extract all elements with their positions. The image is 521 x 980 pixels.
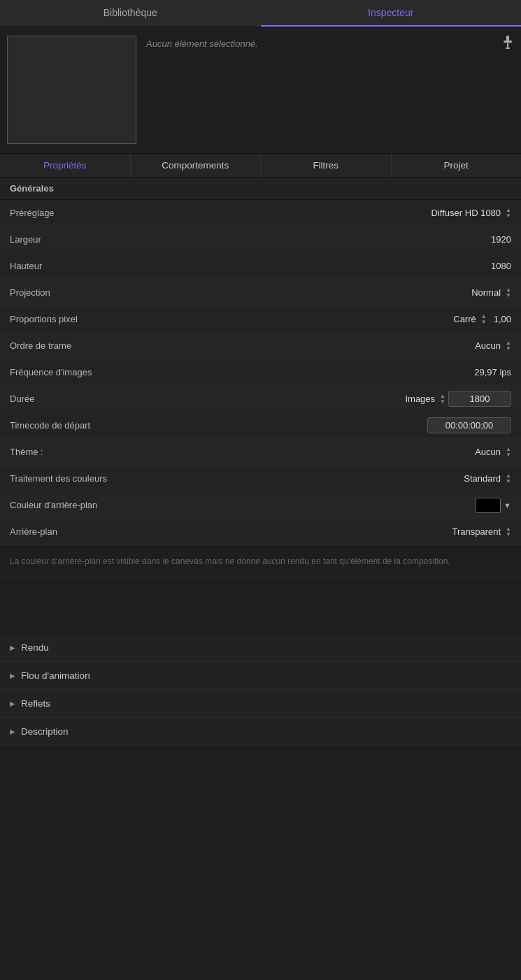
tab-inspecteur[interactable]: Inspecteur bbox=[261, 0, 522, 27]
row-arriere-plan: Arrière-plan Transparent ▲▼ bbox=[0, 519, 521, 545]
row-duree: Durée Images ▲▼ bbox=[0, 386, 521, 412]
tab-proprietes[interactable]: Propriétés bbox=[0, 154, 131, 177]
sub-tab-bar: Propriétés Comportements Filtres Projet bbox=[0, 153, 521, 178]
stepper-duree-unit[interactable]: ▲▼ bbox=[440, 394, 445, 405]
value-arriere-plan: Transparent ▲▼ bbox=[150, 526, 511, 538]
row-timecode-depart: Timecode de départ bbox=[0, 412, 521, 439]
label-ordre-trame: Ordre de trame bbox=[10, 340, 150, 351]
label-hauteur: Hauteur bbox=[10, 261, 150, 271]
stepper-ordre-trame[interactable]: ▲▼ bbox=[506, 340, 511, 352]
properties-panel: Générales Préréglage Diffuser HD 1080 ▲▼… bbox=[0, 178, 521, 746]
pin-icon[interactable] bbox=[503, 36, 513, 52]
label-largeur: Largeur bbox=[10, 234, 150, 245]
tab-projet[interactable]: Projet bbox=[392, 154, 522, 177]
row-frequence-images: Fréquence d'images 29,97 ips bbox=[0, 359, 521, 386]
chevron-rendu: ▶ bbox=[10, 644, 15, 651]
label-arriere-plan: Arrière-plan bbox=[10, 526, 150, 537]
row-proportions-pixel: Proportions pixel Carré ▲▼ 1,00 bbox=[0, 306, 521, 333]
stepper-proportions[interactable]: ▲▼ bbox=[481, 314, 487, 325]
value-projection: Normal ▲▼ bbox=[150, 287, 511, 298]
no-selection-label: Aucun élément sélectionné. bbox=[146, 36, 258, 49]
row-projection: Projection Normal ▲▼ bbox=[0, 280, 521, 306]
value-prereglage: Diffuser HD 1080 ▲▼ bbox=[150, 208, 511, 219]
label-timecode-depart: Timecode de départ bbox=[10, 420, 150, 431]
value-duree: Images ▲▼ bbox=[150, 391, 511, 407]
row-couleur-arriere-plan: Couleur d'arrière-plan ▼ bbox=[0, 492, 521, 519]
section-description[interactable]: ▶ Description bbox=[0, 718, 521, 746]
value-couleur-arriere-plan: ▼ bbox=[150, 498, 511, 513]
timecode-input[interactable] bbox=[427, 417, 511, 433]
preview-area: Aucun élément sélectionné. bbox=[0, 27, 521, 153]
label-prereglage: Préréglage bbox=[10, 208, 150, 218]
value-hauteur: 1080 bbox=[150, 261, 511, 271]
value-frequence-images: 29,97 ips bbox=[150, 367, 511, 377]
value-ordre-trame: Aucun ▲▼ bbox=[150, 340, 511, 352]
section-rendu[interactable]: ▶ Rendu bbox=[0, 634, 521, 662]
preview-thumbnail bbox=[7, 36, 136, 144]
value-largeur: 1920 bbox=[150, 234, 511, 245]
label-traitement-couleurs: Traitement des couleurs bbox=[10, 473, 150, 484]
top-tab-bar: Bibliothèque Inspecteur bbox=[0, 0, 521, 27]
stepper-theme[interactable]: ▲▼ bbox=[506, 447, 511, 458]
tab-comportements[interactable]: Comportements bbox=[131, 154, 262, 177]
chevron-description: ▶ bbox=[10, 728, 15, 735]
svg-rect-3 bbox=[506, 48, 510, 49]
svg-rect-2 bbox=[507, 43, 508, 48]
row-largeur: Largeur 1920 bbox=[0, 226, 521, 253]
tab-bibliotheque[interactable]: Bibliothèque bbox=[0, 0, 261, 27]
label-couleur-arriere-plan: Couleur d'arrière-plan bbox=[10, 500, 150, 510]
stepper-arriere-plan[interactable]: ▲▼ bbox=[506, 526, 511, 538]
section-reflets[interactable]: ▶ Reflets bbox=[0, 690, 521, 718]
chevron-flou: ▶ bbox=[10, 672, 15, 679]
color-swatch[interactable] bbox=[476, 498, 501, 513]
label-proportions-pixel: Proportions pixel bbox=[10, 314, 150, 324]
value-theme: Aucun ▲▼ bbox=[150, 447, 511, 458]
value-proportions-pixel: Carré ▲▼ 1,00 bbox=[150, 314, 511, 325]
row-traitement-couleurs: Traitement des couleurs Standard ▲▼ bbox=[0, 466, 521, 492]
row-ordre-trame: Ordre de trame Aucun ▲▼ bbox=[0, 333, 521, 359]
row-theme: Thème : Aucun ▲▼ bbox=[0, 439, 521, 466]
section-flou-animation[interactable]: ▶ Flou d'animation bbox=[0, 662, 521, 690]
row-prereglage: Préréglage Diffuser HD 1080 ▲▼ bbox=[0, 200, 521, 226]
duree-input[interactable] bbox=[448, 391, 511, 407]
stepper-projection[interactable]: ▲▼ bbox=[506, 287, 511, 298]
label-projection: Projection bbox=[10, 287, 150, 298]
chevron-reflets: ▶ bbox=[10, 700, 15, 707]
label-frequence-images: Fréquence d'images bbox=[10, 367, 150, 377]
stepper-prereglage[interactable]: ▲▼ bbox=[506, 208, 511, 219]
stepper-traitement[interactable]: ▲▼ bbox=[506, 473, 511, 484]
value-traitement-couleurs: Standard ▲▼ bbox=[150, 473, 511, 484]
color-dropdown-arrow[interactable]: ▼ bbox=[504, 501, 511, 510]
row-hauteur: Hauteur 1080 bbox=[0, 253, 521, 280]
tab-filtres[interactable]: Filtres bbox=[261, 154, 392, 177]
svg-rect-1 bbox=[504, 41, 512, 43]
section-generales-header: Générales bbox=[0, 178, 521, 200]
spacer bbox=[0, 578, 521, 634]
value-timecode-depart bbox=[150, 417, 511, 433]
background-description-text: La couleur d'arrière-plan est visible da… bbox=[0, 545, 521, 578]
label-duree: Durée bbox=[10, 394, 150, 404]
label-theme: Thème : bbox=[10, 447, 150, 457]
